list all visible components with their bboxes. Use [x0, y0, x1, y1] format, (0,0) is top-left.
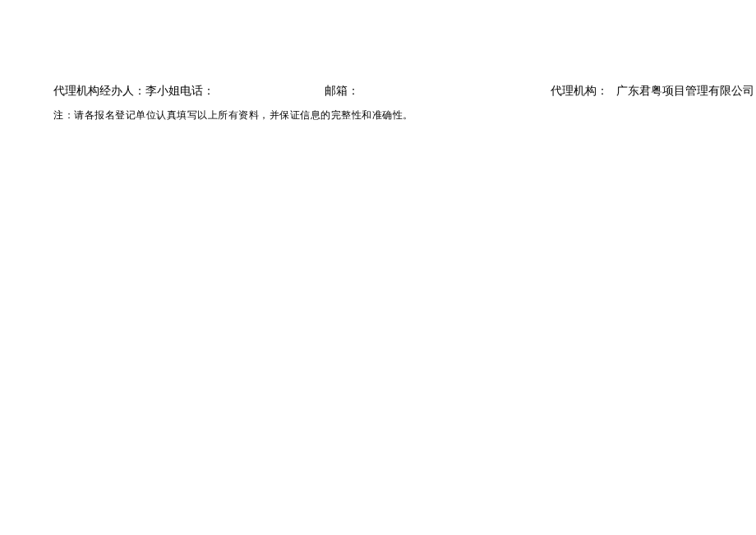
handler-segment: 代理机构经办人：李小姐电话： — [53, 84, 218, 99]
handler-name: 李小姐 — [145, 85, 180, 97]
agency-name: 广东君粤项目管理有限公司 — [616, 84, 754, 99]
phone-label: 电话： — [180, 85, 214, 97]
contact-info-line: 代理机构经办人：李小姐电话：邮箱：代理机构：广东君粤项目管理有限公司 — [53, 84, 731, 99]
document-content: 代理机构经办人：李小姐电话：邮箱：代理机构：广东君粤项目管理有限公司 注：请各报… — [53, 84, 731, 122]
agency-label: 代理机构： — [551, 84, 616, 99]
handler-label: 代理机构经办人： — [53, 85, 145, 97]
email-label: 邮箱： — [325, 84, 366, 99]
note-line: 注：请各报名登记单位认真填写以上所有资料，并保证信息的完整性和准确性。 — [53, 108, 731, 122]
note-text: 请各报名登记单位认真填写以上所有资料，并保证信息的完整性和准确性。 — [74, 109, 413, 121]
note-label: 注： — [53, 109, 74, 121]
